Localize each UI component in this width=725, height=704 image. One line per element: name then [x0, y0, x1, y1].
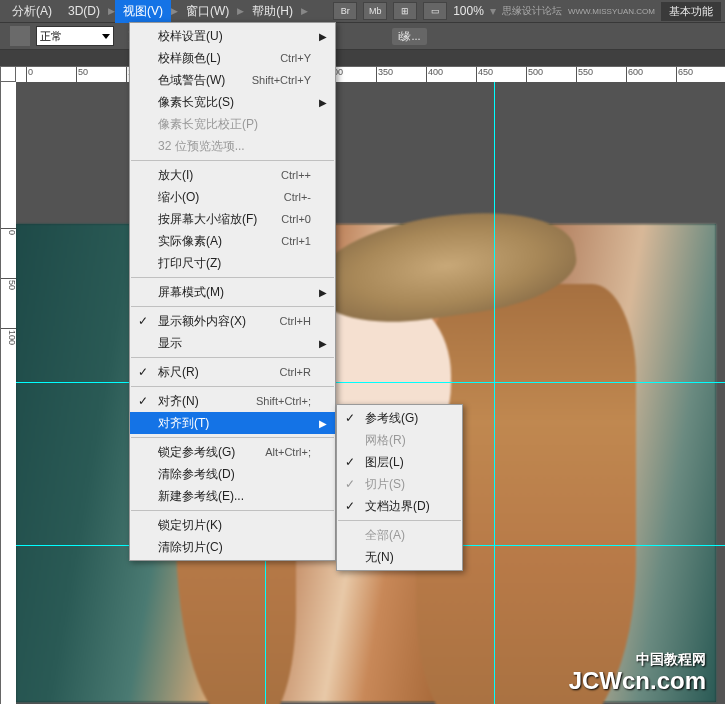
check-icon: ✓: [138, 394, 148, 408]
menu-item-label: 显示额外内容(X): [158, 313, 246, 330]
submenu-arrow-icon: ▶: [301, 6, 308, 16]
menu-item[interactable]: 屏幕模式(M)▶: [130, 281, 335, 303]
grid-icon[interactable]: ⊞: [393, 2, 417, 20]
shortcut-label: Shift+Ctrl+;: [236, 395, 311, 407]
menu-item[interactable]: 放大(I)Ctrl++: [130, 164, 335, 186]
menu-item-label: 新建参考线(E)...: [158, 488, 244, 505]
submenu-arrow-icon: ▶: [319, 338, 327, 349]
guide-horizontal[interactable]: [16, 382, 725, 383]
menu-item[interactable]: 色域警告(W)Shift+Ctrl+Y: [130, 69, 335, 91]
shortcut-label: Ctrl+H: [260, 315, 311, 327]
menu-item-label: 缩小(O): [158, 189, 199, 206]
menu-window[interactable]: 窗口(W): [178, 0, 237, 23]
menu-item: 像素长宽比校正(P): [130, 113, 335, 135]
menu-item-label: 打印尺寸(Z): [158, 255, 221, 272]
menu-item-label: 对齐(N): [158, 393, 199, 410]
ruler-origin[interactable]: [0, 66, 16, 82]
submenu-arrow-icon: ▶: [108, 6, 115, 16]
menu-item: ✓切片(S): [337, 473, 462, 495]
menu-item-label: 实际像素(A): [158, 233, 222, 250]
menu-item-label: 屏幕模式(M): [158, 284, 224, 301]
top-right-bar: Br Mb ⊞ ▭ 100% ▾ 思缘设计论坛 WWW.MISSYUAN.COM…: [333, 0, 725, 22]
link-text[interactable]: 思缘设计论坛: [502, 4, 562, 18]
view-menu-dropdown: 校样设置(U)▶校样颜色(L)Ctrl+Y色域警告(W)Shift+Ctrl+Y…: [129, 22, 336, 561]
menu-item[interactable]: 校样颜色(L)Ctrl+Y: [130, 47, 335, 69]
shortcut-label: Alt+Ctrl+;: [245, 446, 311, 458]
menu-help[interactable]: 帮助(H): [244, 0, 301, 23]
check-icon: ✓: [345, 477, 355, 491]
menu-item-label: 无(N): [365, 549, 394, 566]
menu-item: 32 位预览选项...: [130, 135, 335, 157]
options-bar: 正常 宽度 i缘...: [0, 22, 725, 50]
menu-item: 网格(R): [337, 429, 462, 451]
menu-item-label: 文档边界(D): [365, 498, 430, 515]
menu-item[interactable]: 缩小(O)Ctrl+-: [130, 186, 335, 208]
tab-chip[interactable]: i缘...: [392, 28, 427, 45]
submenu-arrow-icon: ▶: [319, 31, 327, 42]
shortcut-label: Ctrl+1: [261, 235, 311, 247]
menu-item-label: 32 位预览选项...: [158, 138, 245, 155]
submenu-arrow-icon: ▶: [319, 418, 327, 429]
submenu-arrow-icon: ▶: [319, 97, 327, 108]
menu-item-label: 放大(I): [158, 167, 193, 184]
menu-item[interactable]: 清除参考线(D): [130, 463, 335, 485]
menu-item-label: 对齐到(T): [158, 415, 209, 432]
menu-3d[interactable]: 3D(D): [60, 1, 108, 21]
menu-view[interactable]: 视图(V): [115, 0, 171, 23]
menu-item[interactable]: 对齐到(T)▶: [130, 412, 335, 434]
menu-item[interactable]: 实际像素(A)Ctrl+1: [130, 230, 335, 252]
check-icon: ✓: [138, 314, 148, 328]
bridge-icon[interactable]: Br: [333, 2, 357, 20]
menu-item-label: 像素长宽比校正(P): [158, 116, 258, 133]
menu-item[interactable]: 锁定参考线(G)Alt+Ctrl+;: [130, 441, 335, 463]
guide-vertical[interactable]: [494, 82, 495, 704]
menu-item[interactable]: 打印尺寸(Z): [130, 252, 335, 274]
menu-item[interactable]: 新建参考线(E)...: [130, 485, 335, 507]
menu-item-label: 显示: [158, 335, 182, 352]
menu-item[interactable]: ✓参考线(G): [337, 407, 462, 429]
menu-item[interactable]: ✓显示额外内容(X)Ctrl+H: [130, 310, 335, 332]
menu-item[interactable]: 校样设置(U)▶: [130, 25, 335, 47]
shortcut-label: Ctrl++: [261, 169, 311, 181]
minibridge-icon[interactable]: Mb: [363, 2, 387, 20]
menu-item[interactable]: ✓对齐(N)Shift+Ctrl+;: [130, 390, 335, 412]
menu-item-label: 全部(A): [365, 527, 405, 544]
menu-item-label: 网格(R): [365, 432, 406, 449]
menu-item[interactable]: ✓图层(L): [337, 451, 462, 473]
menu-item[interactable]: 无(N): [337, 546, 462, 568]
menu-item-label: 锁定参考线(G): [158, 444, 235, 461]
menu-item-label: 色域警告(W): [158, 72, 225, 89]
menu-item: 全部(A): [337, 524, 462, 546]
submenu-arrow-icon: ▶: [237, 6, 244, 16]
zoom-level[interactable]: 100%: [453, 4, 484, 18]
menu-item-label: 参考线(G): [365, 410, 418, 427]
blend-mode-select[interactable]: 正常: [36, 26, 114, 46]
workspace-label[interactable]: 基本功能: [661, 2, 721, 21]
check-icon: ✓: [345, 455, 355, 469]
check-icon: ✓: [345, 411, 355, 425]
menu-item-label: 切片(S): [365, 476, 405, 493]
canvas-area[interactable]: 中国教程网 JCWcn.com: [16, 82, 725, 704]
menu-item-label: 校样设置(U): [158, 28, 223, 45]
submenu-arrow-icon: ▶: [171, 6, 178, 16]
menu-item[interactable]: 锁定切片(K): [130, 514, 335, 536]
menu-analysis[interactable]: 分析(A): [4, 0, 60, 23]
menu-item[interactable]: 显示▶: [130, 332, 335, 354]
shortcut-label: Ctrl+R: [260, 366, 311, 378]
screen-icon[interactable]: ▭: [423, 2, 447, 20]
menu-item[interactable]: 像素长宽比(S)▶: [130, 91, 335, 113]
chevron-down-icon: [102, 34, 110, 39]
menu-item[interactable]: 清除切片(C): [130, 536, 335, 558]
menu-item-label: 清除切片(C): [158, 539, 223, 556]
shortcut-label: Ctrl+Y: [260, 52, 311, 64]
menu-item[interactable]: ✓文档边界(D): [337, 495, 462, 517]
menu-item-label: 校样颜色(L): [158, 50, 221, 67]
menu-item[interactable]: 按屏幕大小缩放(F)Ctrl+0: [130, 208, 335, 230]
shortcut-label: Shift+Ctrl+Y: [232, 74, 311, 86]
menu-item[interactable]: ✓标尺(R)Ctrl+R: [130, 361, 335, 383]
blend-mode-value: 正常: [40, 29, 62, 44]
shortcut-label: Ctrl+-: [264, 191, 311, 203]
tool-preset-icon[interactable]: [10, 26, 30, 46]
menu-item-label: 图层(L): [365, 454, 404, 471]
submenu-arrow-icon: ▶: [319, 287, 327, 298]
